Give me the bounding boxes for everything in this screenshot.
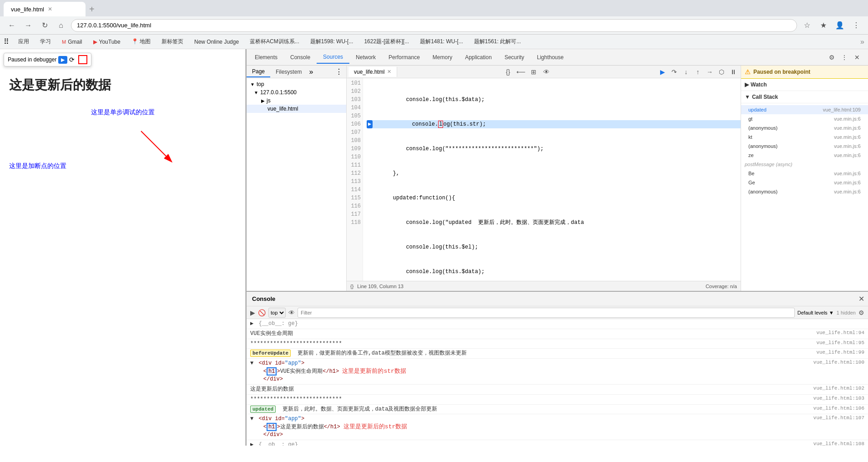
bookmark-newtab[interactable]: 新标签页 [158,37,187,46]
console-entry-updated-data[interactable]: 这是更新后的数据 vue_life.html:102 [247,385,868,395]
file-tree-vue-life[interactable]: vue_life.html [247,105,346,113]
call-stack-section-header[interactable]: ▼ Call Stack [741,91,868,103]
format-icon[interactable]: {} [503,66,514,77]
sidebar-tab-menu-icon[interactable]: ⋮ [332,67,346,76]
file-tree-top[interactable]: ▼ top [247,80,346,88]
breakpoints-icon[interactable]: ⊞ [528,66,539,77]
bookmark-button[interactable]: ☆ [801,19,813,32]
bookmark-t1598[interactable]: 题解1598: WU-[... [307,37,357,46]
more-icon[interactable]: ⋮ [839,52,850,63]
call-stack-item-ge[interactable]: Ge vue.min.js:6 [741,178,868,187]
console-entry-stars1[interactable]: **************************** vue_life.ht… [247,339,868,349]
tab-security[interactable]: Security [498,51,530,63]
bookmarks-more[interactable]: » [860,38,864,46]
call-stack-item-kt[interactable]: kt vue.min.js:6 [741,132,868,142]
refresh-button[interactable]: ↻ [38,19,51,32]
watch-expressions-icon[interactable]: 👁 [541,66,552,77]
new-tab-button[interactable]: + [86,2,98,16]
bookmark-t1561[interactable]: 题解1561: 此解可... [470,37,525,46]
source-map-icon[interactable]: ⟵ [515,66,526,77]
step-out-btn[interactable]: ↑ [692,66,703,77]
tab-filesystem[interactable]: Filesystem [270,67,307,77]
tab-memory[interactable]: Memory [426,51,459,63]
console-entry-stars2[interactable]: **************************** vue_life.ht… [247,395,868,405]
profile-button[interactable]: 👤 [833,19,846,32]
tab-close[interactable]: ✕ [48,6,52,12]
code-line-107[interactable]: console.log(this.$el); [367,243,741,251]
step-btn[interactable]: → [704,66,715,77]
console-entry-beforeupdate[interactable]: beforeUpdate 更新前，做更新前的准备工作,data模型数据被改变，视… [247,349,868,359]
call-stack-item-anon1[interactable]: (anonymous) vue.min.js:6 [741,123,868,132]
pause-on-exceptions-btn[interactable]: ⏸ [728,66,739,77]
console-entry-dom2[interactable]: ▼ <div id="app"> <h1>这是更新后的数据</h1> 这里是更新… [247,414,868,440]
console-entry-updated[interactable]: updated 更新后，此时。数据、页面更新完成，data及视图数据全部更新 v… [247,405,868,415]
tab-elements[interactable]: Elements [248,51,284,63]
console-block-icon[interactable]: 🚫 [258,309,266,316]
menu-button[interactable]: ⋮ [850,19,863,32]
code-line-106[interactable]: console.log("updated 更新后，此时。数据、页面更新完成，da… [367,218,741,227]
bookmark-noj[interactable]: New Online Judge [191,38,242,46]
console-filter-input[interactable] [298,308,795,318]
console-entry-ob2[interactable]: ▶ {__ob__: ge} vue_life.html:108 [247,440,868,446]
editor-tab-vue-life[interactable]: vue_life.html ✕ [348,67,397,77]
step-over-button[interactable]: ⟳ [69,56,75,63]
console-close-button[interactable]: ✕ [858,294,864,303]
code-line-103[interactable]: console.log("**************************"… [367,145,741,153]
step-into-btn[interactable]: ↓ [681,66,691,77]
code-line-102[interactable]: ▶ console.log(this.str); [367,120,741,128]
bookmark-t1481[interactable]: 题解1481: WU-[... [416,37,467,46]
bookmark-youtube[interactable]: ▶ YouTube [90,38,124,46]
resume-execution-button[interactable]: ▶ [657,66,668,77]
file-tree-host[interactable]: ▼ 127.0.0.1:5500 [247,88,346,96]
console-entry-ob[interactable]: ▶ {__ob__: ge} [247,319,868,329]
settings-icon[interactable]: ⚙ [826,52,837,63]
call-stack-item-anon2[interactable]: (anonymous) vue.min.js:6 [741,142,868,151]
browser-tab[interactable]: vue_life.html ✕ [4,2,86,16]
triangle-dom2[interactable]: ▼ [250,416,253,422]
code-line-108[interactable]: console.log(this.$data); [367,268,741,276]
step-over-btn[interactable]: ↷ [669,66,680,77]
deactivate-breakpoints-btn[interactable]: ⬡ [716,66,727,77]
console-entry-lifecycle[interactable]: VUE实例生命周期 vue_life.html:94 [247,329,868,339]
close-devtools-icon[interactable]: ✕ [852,52,863,63]
file-tree-js[interactable]: ▶ js [247,96,346,105]
tab-console[interactable]: Console [284,51,317,63]
bookmark-应用[interactable]: 应用 [15,37,33,46]
console-context-select[interactable]: top [268,308,286,318]
console-eye-icon[interactable]: 👁 [288,309,295,316]
tab-sources[interactable]: Sources [317,51,349,64]
triangle-dom1[interactable]: ▼ [250,360,253,366]
sidebar-tab-more-icon[interactable]: » [309,68,313,76]
call-stack-item-gt[interactable]: gt vue.min.js:6 [741,114,868,123]
console-levels-dropdown[interactable]: Default levels ▼ [797,310,834,315]
triangle-ob2[interactable]: ▶ [250,442,253,446]
editor-tab-close-icon[interactable]: ✕ [387,69,391,75]
console-settings-icon[interactable]: ⚙ [858,309,864,316]
watch-section-header[interactable]: ▶ Watch [741,79,868,91]
tab-performance[interactable]: Performance [382,51,426,63]
forward-button[interactable]: → [22,19,35,32]
bookmark-gmail[interactable]: M Gmail [58,38,86,46]
triangle-ob[interactable]: ▶ [250,320,253,327]
call-stack-item-ze[interactable]: ze vue.min.js:6 [741,151,868,160]
code-line-104[interactable]: }, [367,169,741,178]
tab-network[interactable]: Network [349,51,382,63]
code-line-101[interactable]: console.log(this.$data); [367,96,741,104]
console-entry-dom1[interactable]: ▼ <div id="app"> <h1>VUE实例生命周期</h1> 这里是更… [247,359,868,385]
url-bar[interactable] [71,19,797,32]
resume-debugger-button[interactable]: ▶ [58,56,67,64]
bookmark-maps[interactable]: 📍 地图 [128,37,154,46]
tab-lighthouse[interactable]: Lighthouse [530,51,570,63]
call-stack-item-updated[interactable]: updated vue_life.html:109 [741,105,868,114]
bookmark-学习[interactable]: 学习 [36,37,55,46]
bookmark-1622[interactable]: 1622题-[蓝桥杯][... [360,37,413,46]
format-braces-icon[interactable]: {} [350,284,353,289]
console-content[interactable]: ▶ {__ob__: ge} VUE实例生命周期 vue_life.html:9… [247,319,868,446]
tab-page[interactable]: Page [247,66,270,77]
tab-application[interactable]: Application [459,51,498,63]
back-button[interactable]: ← [5,19,18,32]
call-stack-item-anon3[interactable]: (anonymous) vue.min.js:6 [741,187,868,196]
apps-icon[interactable]: ⠿ [4,37,9,46]
extensions-button[interactable]: ★ [817,19,830,32]
home-button[interactable]: ⌂ [55,19,67,32]
